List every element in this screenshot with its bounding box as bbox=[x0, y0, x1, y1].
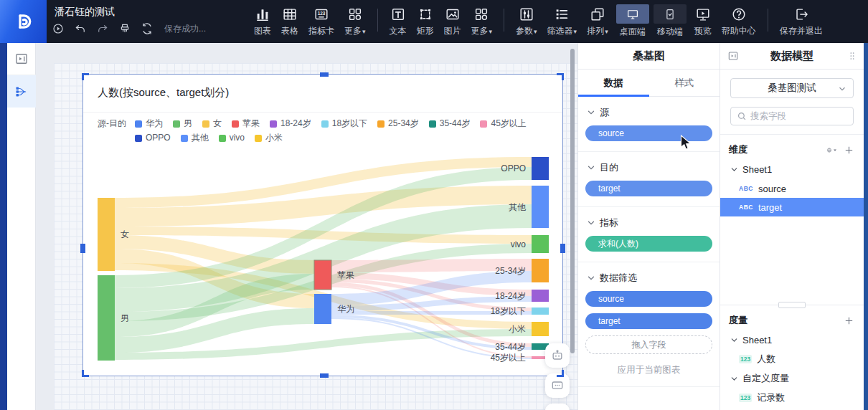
kpi-icon: 123 bbox=[313, 4, 329, 24]
drop-field-zone[interactable]: 拖入字段 bbox=[585, 335, 712, 354]
globe-icon[interactable] bbox=[826, 144, 838, 156]
sankey-node-label: OPPO bbox=[501, 163, 526, 173]
section-header[interactable]: 数据筛选 bbox=[585, 272, 712, 285]
section-header[interactable]: 目的 bbox=[585, 161, 712, 174]
toolbar-desktop-label: 桌面端 bbox=[616, 26, 649, 38]
selection-corner-tr[interactable] bbox=[557, 73, 564, 80]
toolbar-desktop-mode[interactable] bbox=[616, 4, 649, 24]
chevron-down-icon bbox=[730, 336, 738, 344]
toolbar-separator bbox=[768, 9, 768, 32]
field-记录数[interactable]: 123记录数 bbox=[720, 388, 864, 407]
panel-resize-handle[interactable] bbox=[778, 302, 806, 308]
toolbar: 图表表格123指标卡更多▾文本矩形图片更多▾参数▾筛选器▾排列▾桌面端移动端预览… bbox=[249, 4, 828, 38]
flow-icon bbox=[14, 85, 29, 99]
add-dimension-button[interactable] bbox=[844, 144, 855, 156]
clean-icon[interactable] bbox=[118, 22, 131, 35]
toolbar-mobile-mode[interactable] bbox=[654, 4, 687, 24]
toolbar-filter-button[interactable]: 筛选器▾ bbox=[542, 4, 582, 37]
measures-label: 度量 bbox=[729, 314, 747, 327]
sankey-node[interactable] bbox=[532, 322, 549, 336]
sankey-chart-card[interactable]: 人数(按source、target划分) 源-目的 华为男女苹果18-24岁18… bbox=[82, 74, 563, 376]
selection-handle-bottom[interactable] bbox=[320, 373, 329, 378]
selection-handle-left[interactable] bbox=[80, 244, 85, 253]
field-search-input[interactable] bbox=[750, 111, 847, 121]
image-icon bbox=[445, 4, 461, 24]
selection-handle-right[interactable] bbox=[560, 244, 565, 253]
toolbar-image-button[interactable]: 图片 bbox=[439, 4, 466, 37]
toolbar-preview-button[interactable]: 预览 bbox=[689, 4, 717, 37]
toolbar-kpi-button[interactable]: 123指标卡 bbox=[303, 4, 339, 37]
toolbar-help-button[interactable]: 帮助中心 bbox=[717, 4, 761, 37]
more-menu-icon[interactable] bbox=[846, 50, 858, 62]
sankey-node-label: 45岁以上 bbox=[491, 353, 526, 363]
section-header[interactable]: 指标 bbox=[585, 216, 712, 229]
data-model-header: 数据模型 bbox=[720, 43, 864, 70]
toolbar-text-button[interactable]: 文本 bbox=[385, 4, 412, 37]
measures-header: 度量 bbox=[720, 305, 864, 330]
toolbar-exit-button[interactable]: 保存并退出 bbox=[775, 4, 828, 37]
save-status: 保存成功... bbox=[164, 23, 206, 35]
measures-section: 度量 Sheet1123人数自定义度量123记录数 bbox=[720, 305, 864, 410]
sankey-node[interactable] bbox=[532, 308, 549, 315]
selection-handle-top[interactable] bbox=[320, 72, 329, 77]
device-mode-switch: 桌面端移动端 bbox=[616, 4, 687, 38]
tree-group-Sheet1[interactable]: Sheet1 bbox=[720, 330, 864, 350]
tab-data[interactable]: 数据 bbox=[578, 70, 649, 96]
toolbar-more-button[interactable]: 更多▾ bbox=[466, 4, 498, 37]
toolbar-more-button[interactable]: 更多▾ bbox=[339, 4, 371, 37]
field-人数[interactable]: 123人数 bbox=[720, 350, 864, 368]
sidebar-item-outline-panel[interactable] bbox=[7, 43, 36, 75]
sankey-node[interactable] bbox=[98, 275, 115, 361]
design-canvas[interactable]: 人数(按source、target划分) 源-目的 华为男女苹果18-24岁18… bbox=[36, 43, 577, 410]
dataset-selector[interactable]: 桑基图测试 bbox=[730, 78, 854, 98]
field-source[interactable]: ABCsource bbox=[720, 179, 864, 198]
field-pill[interactable]: target bbox=[585, 181, 712, 196]
sankey-node[interactable] bbox=[532, 259, 549, 282]
tab-style[interactable]: 样式 bbox=[649, 70, 720, 96]
canvas-scrollbar[interactable] bbox=[570, 49, 575, 353]
field-pill[interactable]: source bbox=[585, 291, 712, 307]
tree-group-自定义度量[interactable]: 自定义度量 bbox=[720, 368, 864, 388]
section-header[interactable]: 源 bbox=[585, 106, 712, 119]
sankey-node[interactable] bbox=[532, 157, 549, 180]
history-icon[interactable] bbox=[52, 22, 65, 35]
toolbar-table-button[interactable]: 表格 bbox=[276, 4, 303, 37]
field-search[interactable] bbox=[730, 107, 854, 125]
field-target[interactable]: ABCtarget bbox=[720, 198, 864, 216]
toolbar-chart-button[interactable]: 图表 bbox=[249, 4, 276, 37]
config-section: 源source bbox=[578, 97, 720, 152]
sankey-node[interactable] bbox=[532, 186, 549, 228]
refresh-icon[interactable] bbox=[141, 22, 154, 35]
field-pill[interactable]: source bbox=[585, 125, 712, 141]
top-bar: 潘石钰的测试 保存成功... 图表表格123指标卡更多▾文本矩形图片更多▾参数▾… bbox=[0, 0, 868, 43]
sankey-node[interactable] bbox=[314, 260, 331, 290]
sankey-node[interactable] bbox=[532, 235, 549, 253]
selection-corner-br[interactable] bbox=[557, 370, 564, 377]
redo-icon[interactable] bbox=[96, 22, 109, 35]
ai-assistant-button[interactable] bbox=[545, 343, 570, 368]
extra-tool-button[interactable] bbox=[545, 404, 570, 410]
tree-group-Sheet1[interactable]: Sheet1 bbox=[720, 159, 864, 179]
toolbar-arrange-button[interactable]: 排列▾ bbox=[582, 4, 613, 37]
dimensions-header: 维度 bbox=[720, 135, 864, 159]
sidebar-item-component-flow[interactable] bbox=[7, 75, 36, 108]
field-pill[interactable]: target bbox=[585, 313, 712, 329]
field-pill[interactable]: 求和(人数) bbox=[585, 236, 712, 252]
config-section: 指标求和(人数) bbox=[578, 207, 720, 262]
undo-icon[interactable] bbox=[74, 22, 87, 35]
sankey-node[interactable] bbox=[314, 294, 331, 324]
comment-button[interactable] bbox=[545, 373, 570, 398]
sankey-node[interactable] bbox=[98, 198, 115, 271]
collapse-panel-icon[interactable] bbox=[727, 50, 739, 62]
toolbar-rect-button[interactable]: 矩形 bbox=[412, 4, 439, 37]
toolbar-params-button[interactable]: 参数▾ bbox=[511, 4, 542, 37]
toolbar-separator bbox=[504, 9, 504, 32]
app-logo[interactable] bbox=[0, 0, 47, 43]
selection-corner-tl[interactable] bbox=[82, 73, 89, 80]
selection-corner-bl[interactable] bbox=[82, 370, 89, 377]
add-measure-button[interactable] bbox=[844, 315, 855, 326]
exit-icon bbox=[793, 4, 809, 24]
data-model-panel: 数据模型 桑基图测试 维度 bbox=[720, 43, 864, 410]
left-sidebar bbox=[7, 43, 36, 410]
sankey-node[interactable] bbox=[532, 290, 549, 302]
